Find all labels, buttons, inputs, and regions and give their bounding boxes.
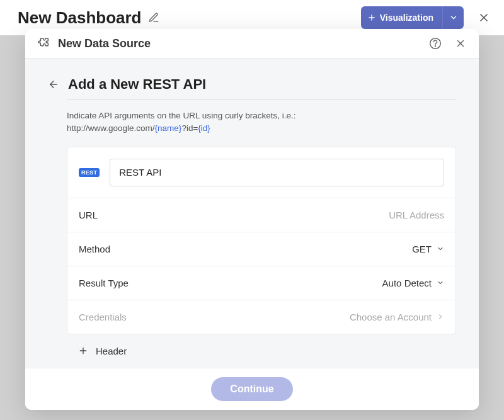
method-value-text: GET	[412, 244, 432, 254]
rest-api-form-card: REST URL URL Address Method GET Result T…	[67, 147, 456, 334]
close-icon[interactable]	[454, 37, 467, 50]
pencil-icon[interactable]	[148, 12, 159, 23]
form-title: Add a New REST API	[68, 76, 206, 93]
url-field-placeholder: URL Address	[389, 210, 444, 220]
form-title-row: Add a New REST API	[48, 76, 456, 93]
method-field-value: GET	[412, 244, 444, 254]
back-arrow-icon[interactable]	[48, 79, 59, 90]
new-data-source-modal: New Data Source Add a New REST API Indic…	[25, 29, 479, 410]
chevron-down-icon	[437, 279, 444, 287]
chevron-right-icon	[437, 313, 444, 321]
dashboard-title: New Dashboard	[18, 8, 142, 28]
visualization-dropdown-button[interactable]	[442, 6, 464, 29]
credentials-field-value: Choose an Account	[350, 312, 444, 322]
modal-body: Add a New REST API Indicate API argument…	[25, 59, 479, 368]
credentials-field-row[interactable]: Credentials Choose an Account	[67, 300, 455, 334]
url-field-row[interactable]: URL URL Address	[67, 198, 455, 232]
result-type-field-label: Result Type	[79, 278, 129, 288]
url-field-label: URL	[79, 210, 98, 220]
add-header-label: Header	[96, 346, 127, 356]
help-icon[interactable]	[428, 37, 442, 50]
method-field-label: Method	[79, 244, 110, 254]
add-header-button[interactable]: Header	[67, 334, 456, 359]
visualization-button-group: Visualization	[361, 6, 464, 29]
credentials-field-label: Credentials	[79, 312, 127, 322]
result-type-field-value: Auto Detect	[382, 278, 444, 288]
plus-icon	[78, 346, 88, 356]
help-text-arg2: {id}	[198, 123, 210, 133]
help-text-pre: Indicate API arguments on the URL using …	[67, 111, 295, 120]
help-text-mid: ?id=	[181, 123, 198, 133]
title-underline	[67, 99, 456, 99]
modal-header: New Data Source	[25, 29, 479, 59]
modal-header-title: New Data Source	[58, 37, 421, 50]
help-text-url: http://www.google.com/	[67, 123, 155, 133]
method-field-row[interactable]: Method GET	[67, 232, 455, 266]
modal-footer: Continue	[25, 368, 479, 410]
add-visualization-button[interactable]: Visualization	[361, 6, 442, 29]
result-type-value-text: Auto Detect	[382, 278, 432, 288]
data-source-name-input[interactable]	[110, 159, 444, 186]
form-help-text: Indicate API arguments on the URL using …	[67, 110, 456, 135]
result-type-field-row[interactable]: Result Type Auto Detect	[67, 266, 455, 300]
svg-point-5	[435, 46, 436, 47]
help-text-arg1: {name}	[155, 123, 182, 133]
close-icon[interactable]	[476, 10, 491, 25]
credentials-placeholder-text: Choose an Account	[350, 312, 432, 322]
puzzle-icon	[37, 37, 50, 50]
rest-badge: REST	[79, 168, 100, 177]
data-source-name-row: REST	[67, 147, 455, 198]
chevron-down-icon	[437, 245, 444, 253]
visualization-button-label: Visualization	[380, 13, 433, 23]
continue-button[interactable]: Continue	[211, 377, 292, 401]
